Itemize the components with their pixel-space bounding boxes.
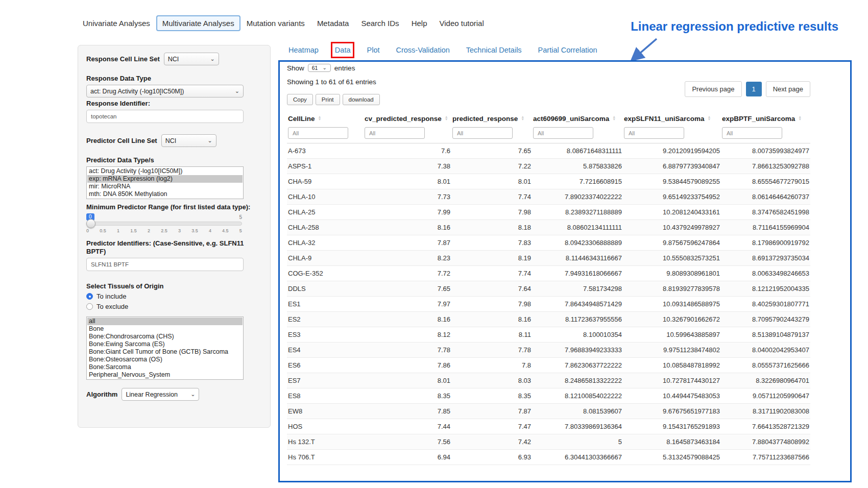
predictor-data-types-listbox[interactable]: act: Drug Activity (-log10[IC50M])exp: m… <box>86 166 244 199</box>
response-data-type-select[interactable]: act: Drug Activity (-log10[IC50M]) ⌄ <box>86 85 244 97</box>
column-header-expslfn11-unisarcoma[interactable]: expSLFN11_uniSarcoma▲▼ <box>623 111 721 126</box>
cell-value: 8.19 <box>451 251 532 266</box>
predictor-cell-line-set-select[interactable]: NCI ⌄ <box>161 134 216 147</box>
sort-icon[interactable]: ▲▼ <box>612 115 616 120</box>
nav-item-search-ids[interactable]: Search IDs <box>355 15 405 31</box>
sort-icon[interactable]: ▲▼ <box>445 115 448 120</box>
table-row[interactable]: CHA-598.018.017.72166089159.538445790892… <box>287 174 810 189</box>
tissue-include-radio[interactable]: To include <box>86 292 262 300</box>
table-row[interactable]: CHLA-107.737.747.890233740222229.6514923… <box>287 189 810 205</box>
page-length-select[interactable]: 61 ⌄ <box>308 64 331 72</box>
filter-input-expslfn11-unisarcoma[interactable] <box>624 127 684 139</box>
table-row[interactable]: ES38.128.118.10001035410.5996438858978.5… <box>287 327 810 343</box>
copy-button[interactable]: Copy <box>287 94 313 105</box>
response-cell-line-set-label: Response Cell Line Set <box>86 55 160 63</box>
table-row[interactable]: CHLA-98.238.198.1144634311666710.5550832… <box>287 251 810 266</box>
table-row[interactable]: ES88.358.358.1210085402222210.4494475483… <box>287 388 810 404</box>
algorithm-select[interactable]: Linear Regression ⌄ <box>122 388 199 401</box>
response-identifier-input[interactable] <box>86 110 244 123</box>
cell-value: 10.5550832573251 <box>623 251 721 266</box>
predictor-data-type-option-exp-mrna-expression-log2[interactable]: exp: mRNA Expression (log2) <box>87 175 243 183</box>
nav-item-multivariate-analyses[interactable]: Multivariate Analyses <box>156 15 240 31</box>
column-header-cv-predicted-response[interactable]: cv_predicted_response▲▼ <box>364 111 451 126</box>
tissue-option-bone[interactable]: Bone <box>87 325 243 333</box>
table-row[interactable]: ES78.018.038.2486581332222210.7278174430… <box>287 373 810 388</box>
tissue-listbox[interactable]: allBoneBone:Chondrosarcoma (CHS)Bone:Ewi… <box>86 316 244 380</box>
sort-icon[interactable]: ▲▼ <box>798 115 802 120</box>
download-button[interactable]: download <box>343 94 380 105</box>
results-table: CellLine▲▼cv_predicted_response▲▼predict… <box>287 111 810 465</box>
table-row[interactable]: ES17.977.987.8643494857142910.0931486588… <box>287 297 810 312</box>
table-row[interactable]: ES67.867.87.8623063772222210.08584878189… <box>287 358 810 373</box>
cell-value: 7.8 <box>451 358 532 373</box>
predictor-data-type-option-act-drug-activity-log10-ic50m[interactable]: act: Drug Activity (-log10[IC50M]) <box>87 167 243 175</box>
print-button[interactable]: Print <box>316 94 340 105</box>
tissue-option-peripheral-nervous-system[interactable]: Peripheral_Nervous_System <box>87 371 243 379</box>
nav-item-univariate-analyses[interactable]: Univariate Analyses <box>77 15 156 31</box>
table-row[interactable]: CHLA-327.877.838.094233068888899.8756759… <box>287 235 810 251</box>
slider-handle[interactable] <box>86 219 95 228</box>
entries-label: entries <box>334 64 355 72</box>
cell-value: 7.74 <box>451 189 532 205</box>
column-header-cellline[interactable]: CellLine▲▼ <box>287 111 364 126</box>
table-row[interactable]: ASPS-17.387.225.8758338266.8879773934084… <box>287 159 810 174</box>
column-header-act609699-unisarcoma[interactable]: act609699_uniSarcoma▲▼ <box>532 111 623 126</box>
tab-cross-validation[interactable]: Cross-Validation <box>396 46 449 54</box>
tissue-option-bone-giant-cell-tumor-of-bone-gctb-sarcoma[interactable]: Bone:Giant Cell Tumor of Bone (GCTB) Sar… <box>87 348 243 356</box>
tissue-exclude-radio[interactable]: To exclude <box>86 303 262 310</box>
cell-value: 7.99 <box>364 205 451 220</box>
cell-value: 8.04002042953407 <box>721 343 810 358</box>
tab-plot[interactable]: Plot <box>367 46 379 54</box>
response-cell-line-set-select[interactable]: NCI ⌄ <box>164 53 219 65</box>
table-row[interactable]: COG-E-3527.727.747.949316180666679.80893… <box>287 266 810 281</box>
table-row[interactable]: ES47.787.787.968839492333339.97511238474… <box>287 343 810 358</box>
tab-heatmap[interactable]: Heatmap <box>288 46 319 54</box>
column-header-predicted-response[interactable]: predicted_response▲▼ <box>451 111 532 126</box>
next-page-button[interactable]: Next page <box>766 81 810 97</box>
table-row[interactable]: HOS7.447.477.803398691363649.15431765291… <box>287 419 810 434</box>
tissue-option-bone-sarcoma[interactable]: Bone:Sarcoma <box>87 363 243 371</box>
filter-input-cellline[interactable] <box>288 127 348 139</box>
tissue-option-all[interactable]: all <box>87 318 243 325</box>
table-row[interactable]: CHLA-2588.168.188.0860213411111110.43792… <box>287 220 810 235</box>
tissue-option-bone-ewing-sarcoma-es[interactable]: Bone:Ewing Sarcoma (ES) <box>87 340 243 348</box>
cell-value: 8.00735993824977 <box>721 143 810 159</box>
table-row[interactable]: EW87.857.878.0815396079.676756519771838.… <box>287 404 810 419</box>
sort-icon[interactable]: ▲▼ <box>318 115 322 120</box>
table-row[interactable]: Hs 132.T7.567.4258.16458734631847.880437… <box>287 434 810 450</box>
tab-partial-correlation[interactable]: Partial Correlation <box>538 46 597 54</box>
cell-value: 8.09423306888889 <box>532 235 623 251</box>
previous-page-button[interactable]: Previous page <box>685 81 741 97</box>
slider-track[interactable] <box>86 222 242 226</box>
filter-input-act609699-unisarcoma[interactable] <box>533 127 593 139</box>
cell-value: 8.24865813322222 <box>532 373 623 388</box>
nav-item-help[interactable]: Help <box>405 15 433 31</box>
filter-input-expbptf-unisarcoma[interactable] <box>722 127 782 139</box>
cell-line-name: ES6 <box>287 358 364 373</box>
predictor-data-type-option-mth-dna-850k-methylation[interactable]: mth: DNA 850K Methylation <box>87 190 243 198</box>
sort-icon[interactable]: ▲▼ <box>708 115 711 120</box>
column-header-expbptf-unisarcoma[interactable]: expBPTF_uniSarcoma▲▼ <box>721 111 810 126</box>
table-row[interactable]: CHLA-257.997.988.2389327118888910.208124… <box>287 205 810 220</box>
nav-item-video-tutorial[interactable]: Video tutorial <box>433 15 490 31</box>
table-row[interactable]: Hs 706.T6.946.936.304413033666675.313245… <box>287 450 810 465</box>
table-row[interactable]: DDLS7.657.647.5817342988.819392778395788… <box>287 281 810 297</box>
predictor-identifiers-input[interactable] <box>86 258 244 271</box>
table-row[interactable]: ES28.168.168.1172363795555610.3267901662… <box>287 312 810 327</box>
cell-value: 8.11446343116667 <box>532 251 623 266</box>
current-page-button[interactable]: 1 <box>746 82 762 96</box>
filter-input-predicted-response[interactable] <box>452 127 513 139</box>
tissue-option-bone-chondrosarcoma-chs[interactable]: Bone:Chondrosarcoma (CHS) <box>87 333 243 340</box>
table-row[interactable]: A-6737.67.658.086716483111119.2012091959… <box>287 143 810 159</box>
cell-line-name: DDLS <box>287 281 364 297</box>
annotation-title: Linear regression predictive results <box>631 19 838 34</box>
nav-item-metadata[interactable]: Metadata <box>311 15 355 31</box>
tissue-option-bone-osteosarcoma-os[interactable]: Bone:Osteosarcoma (OS) <box>87 356 243 363</box>
nav-item-mutation-variants[interactable]: Mutation variants <box>240 15 311 31</box>
sort-icon[interactable]: ▲▼ <box>521 115 524 120</box>
tab-technical-details[interactable]: Technical Details <box>466 46 522 54</box>
filter-input-cv-predicted-response[interactable] <box>365 127 425 139</box>
tab-data[interactable]: Data <box>335 46 351 54</box>
min-predictor-range-slider[interactable]: 0 5 00.511.522.533.544.55 <box>86 213 242 233</box>
predictor-data-type-option-mir-microrna[interactable]: mir: MicroRNA <box>87 183 243 190</box>
